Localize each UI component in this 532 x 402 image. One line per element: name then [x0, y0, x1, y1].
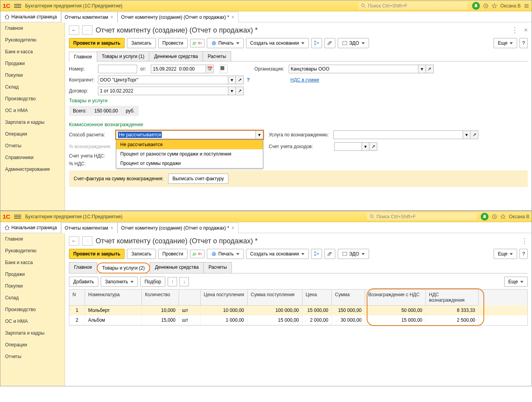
- inner-tab-goods[interactable]: Товары и услуги (2): [97, 263, 150, 273]
- date-input[interactable]: [151, 65, 206, 73]
- sidebar-item[interactable]: Банк и касса: [0, 257, 65, 268]
- doc-tab-1[interactable]: Отчеты комитентам ×: [61, 12, 118, 22]
- history-icon[interactable]: [483, 3, 489, 9]
- bell-icon[interactable]: [481, 213, 489, 221]
- back-button[interactable]: ←: [69, 25, 79, 35]
- calc-option-2[interactable]: Процент от суммы продажи: [116, 159, 263, 168]
- edo-button[interactable]: ЭДО: [338, 249, 369, 259]
- sidebar-item[interactable]: Справочники: [0, 152, 65, 163]
- sidebar-item[interactable]: Банк и касса: [0, 46, 65, 58]
- sidebar-item[interactable]: Покупки: [0, 69, 65, 81]
- sidebar-item[interactable]: Склад: [0, 292, 65, 304]
- open-icon[interactable]: ↗: [236, 76, 244, 84]
- create-based-button[interactable]: Создать на основании: [246, 38, 309, 48]
- sidebar-item[interactable]: Отчеты: [0, 140, 65, 152]
- sidebar-item[interactable]: Склад: [0, 81, 65, 93]
- open-icon[interactable]: ↗: [470, 130, 478, 139]
- inner-tab-money[interactable]: Денежные средства: [149, 51, 203, 61]
- history-icon[interactable]: [492, 214, 497, 219]
- close-icon[interactable]: ×: [110, 14, 114, 20]
- sidebar-item[interactable]: Операции: [0, 128, 65, 140]
- dropdown-icon[interactable]: ▾: [418, 65, 426, 73]
- bell-icon[interactable]: [472, 2, 480, 10]
- dtkt-button[interactable]: ДтКт: [190, 250, 205, 258]
- post-close-button[interactable]: Провести и закрыть: [69, 38, 125, 48]
- menu-icon[interactable]: [14, 3, 21, 9]
- calc-option-1[interactable]: Процент от разности сумм продажи и посту…: [116, 149, 263, 159]
- search-input[interactable]: Поиск Ctrl+Shift+F: [367, 213, 477, 220]
- home-tab[interactable]: Начальная страница: [0, 11, 61, 22]
- org-input[interactable]: [289, 65, 418, 73]
- save-button[interactable]: Записать: [127, 249, 156, 259]
- inner-tab-money[interactable]: Денежные средства: [150, 262, 204, 273]
- open-icon[interactable]: ↗: [369, 142, 377, 151]
- more-button[interactable]: Еще: [504, 277, 528, 287]
- income-acc-input[interactable]: [334, 142, 362, 151]
- calc-method-dropdown[interactable]: Не рассчитывается ▾ Не рассчитывается Пр…: [115, 130, 264, 140]
- move-up-button[interactable]: ↑: [168, 277, 177, 286]
- calc-option-0[interactable]: Не рассчитывается: [116, 140, 263, 149]
- inner-tab-calc[interactable]: Расчеты: [203, 51, 231, 61]
- number-input[interactable]: [98, 65, 137, 73]
- star-icon[interactable]: [492, 3, 497, 9]
- dropdown-icon[interactable]: ▾: [228, 87, 236, 95]
- doc-icon[interactable]: ▦: [220, 65, 228, 73]
- window-menu-icon[interactable]: [524, 3, 529, 9]
- sidebar-item[interactable]: Отчеты: [0, 351, 65, 362]
- close-icon[interactable]: ×: [231, 225, 235, 231]
- table-row[interactable]: 2 Альбом 15,000 шт 1 000,00 15 000,00 2 …: [69, 315, 527, 325]
- more-button[interactable]: Еще: [494, 38, 517, 48]
- back-button[interactable]: ←: [69, 236, 79, 246]
- sidebar-item[interactable]: Продажи: [0, 268, 65, 280]
- sidebar-item[interactable]: Главное: [0, 233, 65, 245]
- sidebar-item[interactable]: ОС и НМА: [0, 315, 65, 327]
- print-button[interactable]: Печать: [207, 249, 243, 259]
- save-button[interactable]: Записать: [127, 38, 156, 48]
- close-icon[interactable]: ×: [524, 27, 528, 34]
- create-based-button[interactable]: Создать на основании: [246, 249, 309, 259]
- user-name[interactable]: Оксана В: [509, 214, 529, 219]
- move-down-button[interactable]: ↓: [179, 277, 189, 286]
- dropdown-icon[interactable]: ▾: [463, 130, 470, 139]
- counterparty-input[interactable]: [98, 76, 228, 84]
- sidebar-item[interactable]: Зарплата и кадры: [0, 327, 65, 339]
- menu-icon[interactable]: [14, 214, 21, 219]
- doc-tab-2[interactable]: Отчет комитенту (создание) (Отчет о прод…: [118, 223, 239, 233]
- doc-tab-2[interactable]: Отчет комитенту (создание) (Отчет о прод…: [118, 12, 239, 22]
- fill-button[interactable]: Заполнить: [101, 277, 138, 287]
- user-name[interactable]: Оксана В: [500, 3, 521, 9]
- dropdown-icon[interactable]: ▾: [255, 130, 263, 139]
- sidebar-item[interactable]: Руководителю: [0, 34, 65, 46]
- add-button[interactable]: Добавить: [69, 277, 98, 287]
- table-row[interactable]: 1 Мольберт 10,000 шт 10 000,00 100 000,0…: [69, 306, 527, 315]
- help-icon[interactable]: ?: [247, 77, 250, 83]
- dtkt-button[interactable]: ДтКт: [190, 39, 205, 47]
- service-input[interactable]: [333, 130, 463, 139]
- close-icon[interactable]: ×: [231, 14, 235, 20]
- nds-link[interactable]: НДС в сумме: [290, 77, 319, 83]
- sidebar-item[interactable]: Администрирование: [0, 163, 65, 175]
- inner-tab-main[interactable]: Главное: [69, 262, 97, 273]
- doc-tab-1[interactable]: Отчеты комитентам ×: [61, 223, 118, 233]
- post-close-button[interactable]: Провести и закрыть: [69, 249, 125, 259]
- edo-button[interactable]: ЭДО: [338, 38, 369, 48]
- sidebar-item[interactable]: Покупки: [0, 280, 65, 292]
- calendar-icon[interactable]: 📅: [206, 65, 214, 73]
- select-button[interactable]: Подбор: [140, 277, 165, 287]
- contract-input[interactable]: [98, 87, 228, 95]
- attach-button[interactable]: [324, 249, 335, 259]
- sidebar-item[interactable]: Главное: [0, 22, 65, 34]
- sidebar-item[interactable]: ОС и НМА: [0, 105, 65, 116]
- open-icon[interactable]: ↗: [236, 87, 244, 95]
- inner-tab-main[interactable]: Главное: [69, 52, 97, 62]
- home-tab[interactable]: Начальная страница: [0, 222, 61, 233]
- write-invoice-button[interactable]: Выписать счет-фактуру: [168, 174, 228, 184]
- help-button[interactable]: ?: [519, 38, 528, 48]
- sidebar-item[interactable]: Операции: [0, 339, 65, 351]
- kebab-icon[interactable]: ⋮: [511, 26, 518, 34]
- more-button[interactable]: Еще: [494, 249, 517, 259]
- attach-button[interactable]: [324, 38, 335, 48]
- post-button[interactable]: Провести: [158, 249, 188, 259]
- close-icon[interactable]: ×: [110, 225, 114, 231]
- sidebar-item[interactable]: Производство: [0, 304, 65, 315]
